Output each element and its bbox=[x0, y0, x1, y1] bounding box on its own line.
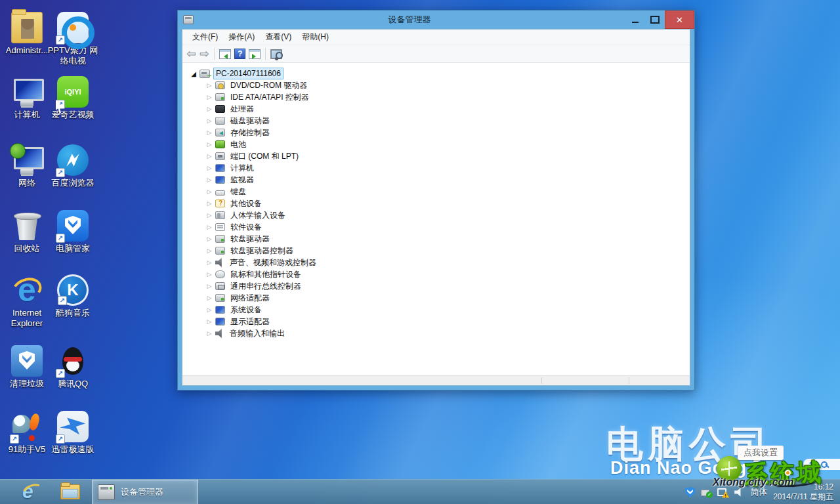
tree-item[interactable]: ▷网络适配器 bbox=[182, 292, 690, 304]
forward-icon[interactable]: ⇨ bbox=[200, 48, 209, 60]
taskbar-device-manager-button[interactable]: 设备管理器 bbox=[92, 480, 198, 504]
tree-item[interactable]: ▷IDE ATA/ATAPI 控制器 bbox=[182, 91, 690, 103]
expand-chevron-icon[interactable]: ▷ bbox=[206, 271, 213, 278]
tree-item[interactable]: ▷计算机 bbox=[182, 162, 690, 174]
collapse-expander-icon[interactable]: ◢ bbox=[190, 70, 197, 77]
desktop-icon-assistant91[interactable]: 91助手V5 bbox=[1, 411, 52, 455]
tree-item[interactable]: ▷电池 bbox=[182, 138, 690, 150]
expand-chevron-icon[interactable]: ▷ bbox=[206, 188, 213, 195]
expand-chevron-icon[interactable]: ▷ bbox=[206, 200, 213, 207]
tree-item[interactable]: ▷鼠标和其他指针设备 bbox=[182, 268, 690, 280]
ide-icon bbox=[215, 93, 225, 101]
help-icon[interactable]: ? bbox=[234, 49, 245, 59]
close-button[interactable] bbox=[665, 10, 694, 29]
expand-chevron-icon[interactable]: ▷ bbox=[206, 153, 213, 159]
expand-chevron-icon[interactable]: ▷ bbox=[206, 330, 213, 337]
desktop-icon-computer[interactable]: 计算机 bbox=[1, 76, 52, 120]
tree-item[interactable]: ▷人体学输入设备 bbox=[182, 209, 690, 221]
tree-item[interactable]: ▷系统设备 bbox=[182, 304, 690, 316]
tree-item-label: 网络适配器 bbox=[228, 292, 272, 304]
expand-chevron-icon[interactable]: ▷ bbox=[206, 318, 213, 325]
volume-tray-icon[interactable] bbox=[734, 488, 744, 497]
folder-user-icon bbox=[11, 12, 43, 43]
expand-chevron-icon[interactable]: ▷ bbox=[206, 117, 213, 124]
window-titlebar[interactable]: 设备管理器 bbox=[178, 10, 694, 29]
tree-item[interactable]: ▷软盘驱动器 bbox=[182, 233, 690, 245]
expand-chevron-icon[interactable]: ▷ bbox=[206, 94, 213, 100]
tree-item[interactable]: ▷显示适配器 bbox=[182, 316, 690, 327]
expand-chevron-icon[interactable]: ▷ bbox=[206, 306, 213, 313]
tree-item[interactable]: ▷声音、视频和游戏控制器 bbox=[182, 257, 690, 268]
tree-item[interactable]: ▷磁盘驱动器 bbox=[182, 115, 690, 127]
desktop-icon-label: Administr... bbox=[1, 45, 52, 56]
expand-chevron-icon[interactable]: ▷ bbox=[206, 106, 213, 112]
console-tree-icon[interactable] bbox=[219, 49, 231, 59]
device-tree: ◢PC-201407111606▷DVD/CD-ROM 驱动器▷IDE ATA/… bbox=[182, 63, 690, 375]
usb-device-tray-icon[interactable] bbox=[701, 488, 711, 497]
menu-item-1[interactable]: 操作(A) bbox=[224, 30, 259, 45]
tree-root-node[interactable]: ◢PC-201407111606 bbox=[182, 68, 690, 79]
tree-item[interactable]: ▷端口 (COM 和 LPT) bbox=[182, 150, 690, 162]
tree-item[interactable]: ▷通用串行总线控制器 bbox=[182, 280, 690, 292]
expand-chevron-icon[interactable]: ▷ bbox=[206, 224, 213, 230]
tree-item[interactable]: ▷键盘 bbox=[182, 186, 690, 198]
back-icon[interactable]: ⇦ bbox=[186, 48, 196, 60]
toolbar: ⇦⇨? bbox=[182, 45, 690, 63]
desktop-icon-cleanup[interactable]: 清理垃圾 bbox=[1, 345, 52, 389]
desktop-icon-label: 腾讯QQ bbox=[47, 379, 98, 389]
network-warning-tray-icon[interactable] bbox=[717, 488, 728, 497]
menu-item-0[interactable]: 文件(F) bbox=[188, 30, 222, 45]
desktop-icon-ie[interactable]: eInternet Explorer bbox=[1, 274, 52, 328]
tree-item[interactable]: ▷DVD/CD-ROM 驱动器 bbox=[182, 79, 690, 91]
taskbar-ie-icon[interactable]: e bbox=[22, 482, 42, 502]
storage-icon bbox=[215, 129, 225, 136]
tree-item[interactable]: ▷监视器 bbox=[182, 174, 690, 186]
tree-item[interactable]: ▷其他设备 bbox=[182, 198, 690, 209]
taskbar-explorer-icon[interactable] bbox=[60, 484, 80, 499]
desktop-icon-kugou[interactable]: K酷狗音乐 bbox=[47, 274, 98, 318]
expand-chevron-icon[interactable]: ▷ bbox=[206, 177, 213, 183]
shortcut-arrow-icon bbox=[56, 168, 65, 177]
menu-item-3[interactable]: 帮助(H) bbox=[297, 30, 333, 45]
pc-manager-tray-icon[interactable] bbox=[685, 487, 695, 497]
desktop-icon-label: 91助手V5 bbox=[1, 444, 52, 455]
minimize-button[interactable] bbox=[625, 10, 645, 29]
tree-item[interactable]: ▷存储控制器 bbox=[182, 127, 690, 138]
desktop-icon-iqiyi[interactable]: iQIYI爱奇艺视频 bbox=[47, 76, 98, 120]
menu-item-2[interactable]: 查看(V) bbox=[261, 30, 296, 45]
task-button-label: 设备管理器 bbox=[121, 486, 163, 498]
expand-chevron-icon[interactable]: ▷ bbox=[206, 247, 213, 254]
desktop-icon-pptv[interactable]: PPTV聚力 网络电视 bbox=[47, 12, 98, 66]
expand-chevron-icon[interactable]: ▷ bbox=[206, 283, 213, 289]
tree-item[interactable]: ▷处理器 bbox=[182, 103, 690, 115]
expand-chevron-icon[interactable]: ▷ bbox=[206, 82, 213, 89]
expand-chevron-icon[interactable]: ▷ bbox=[206, 141, 213, 148]
usb-icon bbox=[215, 282, 225, 290]
device-manager-window: 设备管理器 文件(F)操作(A)查看(V)帮助(H) ⇦⇨? ◢PC-20140… bbox=[177, 10, 695, 390]
expand-chevron-icon[interactable]: ▷ bbox=[206, 129, 213, 136]
expand-chevron-icon[interactable]: ▷ bbox=[206, 236, 213, 242]
expand-chevron-icon[interactable]: ▷ bbox=[206, 165, 213, 171]
expand-chevron-icon[interactable]: ▷ bbox=[206, 259, 213, 266]
desktop-icon-network[interactable]: 网络 bbox=[1, 144, 52, 188]
desktop-icon-pc-manager[interactable]: 电脑管家 bbox=[47, 210, 98, 254]
desktop-icon-qq[interactable]: 腾讯QQ bbox=[47, 345, 98, 389]
desktop-icon-xunlei[interactable]: 迅雷极速版 bbox=[47, 411, 98, 455]
desktop-icon-folder-user[interactable]: Administr... bbox=[1, 12, 52, 56]
scan-hardware-icon[interactable] bbox=[270, 49, 283, 59]
desktop-icon-recycle[interactable]: 回收站 bbox=[1, 210, 52, 254]
computer-icon bbox=[215, 164, 225, 172]
maximize-button[interactable] bbox=[645, 10, 665, 29]
tree-item-label: 通用串行总线控制器 bbox=[228, 280, 303, 293]
expand-chevron-icon[interactable]: ▷ bbox=[206, 212, 213, 219]
desktop-icon-baidu[interactable]: 百度浏览器 bbox=[47, 144, 98, 188]
tree-item[interactable]: ▷软件设备 bbox=[182, 221, 690, 233]
action-pane-icon[interactable] bbox=[249, 49, 261, 59]
tree-item[interactable]: ▷音频输入和输出 bbox=[182, 327, 690, 339]
shortcut-arrow-icon bbox=[56, 369, 65, 378]
expand-chevron-icon[interactable]: ▷ bbox=[206, 295, 213, 301]
display-icon bbox=[215, 318, 225, 326]
shortcut-arrow-icon bbox=[10, 434, 19, 444]
baidu-icon bbox=[57, 144, 89, 176]
tree-item[interactable]: ▷软盘驱动器控制器 bbox=[182, 245, 690, 257]
